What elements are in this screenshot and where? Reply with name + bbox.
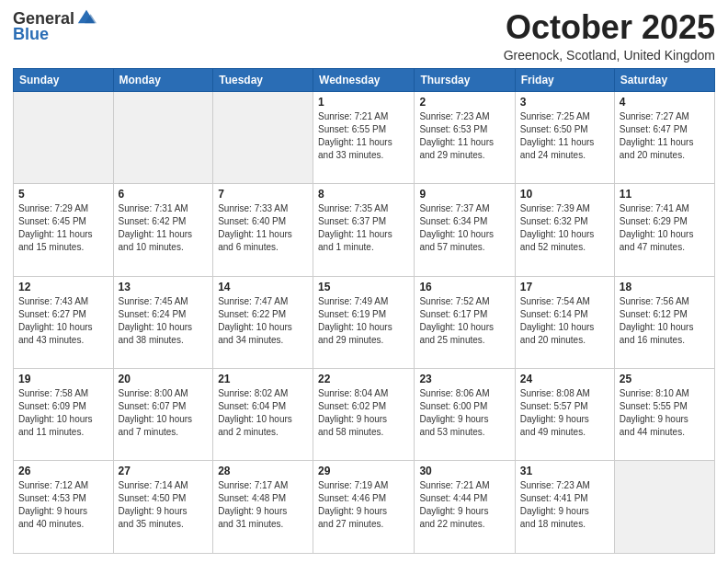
day-number: 17 [520, 281, 609, 293]
day-info: Sunrise: 7:33 AM Sunset: 6:40 PM Dayligh… [218, 202, 308, 254]
day-info: Sunrise: 7:58 AM Sunset: 6:09 PM Dayligh… [18, 387, 108, 439]
col-monday: Monday [113, 68, 213, 91]
day-info: Sunrise: 7:49 AM Sunset: 6:19 PM Dayligh… [318, 295, 409, 347]
table-row: 4Sunrise: 7:27 AM Sunset: 6:47 PM Daylig… [614, 91, 714, 183]
table-row: 21Sunrise: 8:02 AM Sunset: 6:04 PM Dayli… [213, 369, 313, 461]
day-info: Sunrise: 7:52 AM Sunset: 6:17 PM Dayligh… [419, 295, 509, 347]
day-number: 28 [218, 465, 308, 477]
table-row: 2Sunrise: 7:23 AM Sunset: 6:53 PM Daylig… [415, 91, 515, 183]
day-info: Sunrise: 7:14 AM Sunset: 4:50 PM Dayligh… [119, 479, 209, 531]
day-info: Sunrise: 8:10 AM Sunset: 5:55 PM Dayligh… [620, 387, 710, 439]
day-info: Sunrise: 8:02 AM Sunset: 6:04 PM Dayligh… [218, 387, 308, 439]
day-info: Sunrise: 7:35 AM Sunset: 6:37 PM Dayligh… [318, 202, 409, 254]
col-saturday: Saturday [614, 68, 714, 91]
day-number: 9 [419, 188, 509, 201]
day-info: Sunrise: 8:08 AM Sunset: 5:57 PM Dayligh… [520, 387, 609, 439]
day-number: 13 [119, 281, 209, 293]
location: Greenock, Scotland, United Kingdom [504, 48, 715, 63]
title-block: October 2025 Greenock, Scotland, United … [504, 9, 715, 63]
day-info: Sunrise: 7:27 AM Sunset: 6:47 PM Dayligh… [620, 110, 710, 162]
logo: General Blue [13, 9, 97, 44]
day-info: Sunrise: 7:21 AM Sunset: 4:44 PM Dayligh… [419, 479, 509, 531]
day-info: Sunrise: 7:41 AM Sunset: 6:29 PM Dayligh… [620, 202, 710, 254]
table-row [14, 91, 114, 183]
day-info: Sunrise: 7:31 AM Sunset: 6:42 PM Dayligh… [119, 202, 209, 254]
day-number: 15 [318, 281, 409, 293]
table-row: 13Sunrise: 7:45 AM Sunset: 6:24 PM Dayli… [113, 276, 213, 368]
day-number: 14 [218, 281, 308, 293]
day-number: 26 [18, 465, 108, 477]
day-info: Sunrise: 7:21 AM Sunset: 6:55 PM Dayligh… [318, 110, 409, 162]
table-row: 6Sunrise: 7:31 AM Sunset: 6:42 PM Daylig… [113, 184, 213, 276]
table-row: 9Sunrise: 7:37 AM Sunset: 6:34 PM Daylig… [415, 184, 515, 276]
day-info: Sunrise: 7:12 AM Sunset: 4:53 PM Dayligh… [18, 479, 108, 531]
day-info: Sunrise: 8:04 AM Sunset: 6:02 PM Dayligh… [318, 387, 409, 439]
day-info: Sunrise: 7:29 AM Sunset: 6:45 PM Dayligh… [18, 202, 108, 254]
day-info: Sunrise: 7:56 AM Sunset: 6:12 PM Dayligh… [620, 295, 710, 347]
day-number: 23 [419, 373, 509, 385]
week-row-2: 5Sunrise: 7:29 AM Sunset: 6:45 PM Daylig… [14, 184, 715, 276]
calendar: Sunday Monday Tuesday Wednesday Thursday… [13, 68, 715, 554]
logo-icon [76, 6, 97, 27]
day-info: Sunrise: 7:54 AM Sunset: 6:14 PM Dayligh… [520, 295, 609, 347]
table-row: 16Sunrise: 7:52 AM Sunset: 6:17 PM Dayli… [415, 276, 515, 368]
week-row-3: 12Sunrise: 7:43 AM Sunset: 6:27 PM Dayli… [14, 276, 715, 368]
day-info: Sunrise: 7:37 AM Sunset: 6:34 PM Dayligh… [419, 202, 509, 254]
table-row: 22Sunrise: 8:04 AM Sunset: 6:02 PM Dayli… [313, 369, 415, 461]
week-row-5: 26Sunrise: 7:12 AM Sunset: 4:53 PM Dayli… [14, 461, 715, 554]
day-number: 8 [318, 188, 409, 201]
table-row: 15Sunrise: 7:49 AM Sunset: 6:19 PM Dayli… [313, 276, 415, 368]
table-row: 20Sunrise: 8:00 AM Sunset: 6:07 PM Dayli… [113, 369, 213, 461]
table-row: 10Sunrise: 7:39 AM Sunset: 6:32 PM Dayli… [515, 184, 614, 276]
table-row: 23Sunrise: 8:06 AM Sunset: 6:00 PM Dayli… [415, 369, 515, 461]
day-number: 22 [318, 373, 409, 385]
table-row: 27Sunrise: 7:14 AM Sunset: 4:50 PM Dayli… [113, 461, 213, 554]
table-row: 11Sunrise: 7:41 AM Sunset: 6:29 PM Dayli… [614, 184, 714, 276]
day-info: Sunrise: 8:06 AM Sunset: 6:00 PM Dayligh… [419, 387, 509, 439]
table-row: 5Sunrise: 7:29 AM Sunset: 6:45 PM Daylig… [14, 184, 114, 276]
col-thursday: Thursday [415, 68, 515, 91]
day-number: 12 [18, 281, 108, 293]
table-row: 19Sunrise: 7:58 AM Sunset: 6:09 PM Dayli… [14, 369, 114, 461]
day-info: Sunrise: 7:19 AM Sunset: 4:46 PM Dayligh… [318, 479, 409, 531]
day-number: 30 [419, 465, 509, 477]
day-number: 4 [620, 96, 710, 109]
day-number: 2 [419, 96, 509, 109]
day-info: Sunrise: 7:43 AM Sunset: 6:27 PM Dayligh… [18, 295, 108, 347]
month-title: October 2025 [504, 9, 715, 46]
day-number: 20 [119, 373, 209, 385]
table-row: 8Sunrise: 7:35 AM Sunset: 6:37 PM Daylig… [313, 184, 415, 276]
day-number: 11 [620, 188, 710, 201]
table-row [213, 91, 313, 183]
day-number: 29 [318, 465, 409, 477]
day-info: Sunrise: 7:17 AM Sunset: 4:48 PM Dayligh… [218, 479, 308, 531]
day-number: 24 [520, 373, 609, 385]
table-row: 7Sunrise: 7:33 AM Sunset: 6:40 PM Daylig… [213, 184, 313, 276]
week-row-4: 19Sunrise: 7:58 AM Sunset: 6:09 PM Dayli… [14, 369, 715, 461]
day-number: 31 [520, 465, 609, 477]
day-info: Sunrise: 7:39 AM Sunset: 6:32 PM Dayligh… [520, 202, 609, 254]
table-row: 25Sunrise: 8:10 AM Sunset: 5:55 PM Dayli… [614, 369, 714, 461]
table-row [614, 461, 714, 554]
day-number: 7 [218, 188, 308, 201]
week-row-1: 1Sunrise: 7:21 AM Sunset: 6:55 PM Daylig… [14, 91, 715, 183]
col-sunday: Sunday [14, 68, 114, 91]
day-number: 16 [419, 281, 509, 293]
table-row: 18Sunrise: 7:56 AM Sunset: 6:12 PM Dayli… [614, 276, 714, 368]
table-row: 1Sunrise: 7:21 AM Sunset: 6:55 PM Daylig… [313, 91, 415, 183]
day-info: Sunrise: 7:45 AM Sunset: 6:24 PM Dayligh… [119, 295, 209, 347]
table-row: 31Sunrise: 7:23 AM Sunset: 4:41 PM Dayli… [515, 461, 614, 554]
table-row: 17Sunrise: 7:54 AM Sunset: 6:14 PM Dayli… [515, 276, 614, 368]
table-row: 12Sunrise: 7:43 AM Sunset: 6:27 PM Dayli… [14, 276, 114, 368]
col-wednesday: Wednesday [313, 68, 415, 91]
col-tuesday: Tuesday [213, 68, 313, 91]
day-number: 5 [18, 188, 108, 201]
day-number: 6 [119, 188, 209, 201]
table-row [113, 91, 213, 183]
day-number: 1 [318, 96, 409, 109]
day-number: 25 [620, 373, 710, 385]
table-row: 24Sunrise: 8:08 AM Sunset: 5:57 PM Dayli… [515, 369, 614, 461]
day-info: Sunrise: 7:47 AM Sunset: 6:22 PM Dayligh… [218, 295, 308, 347]
day-number: 27 [119, 465, 209, 477]
table-row: 14Sunrise: 7:47 AM Sunset: 6:22 PM Dayli… [213, 276, 313, 368]
